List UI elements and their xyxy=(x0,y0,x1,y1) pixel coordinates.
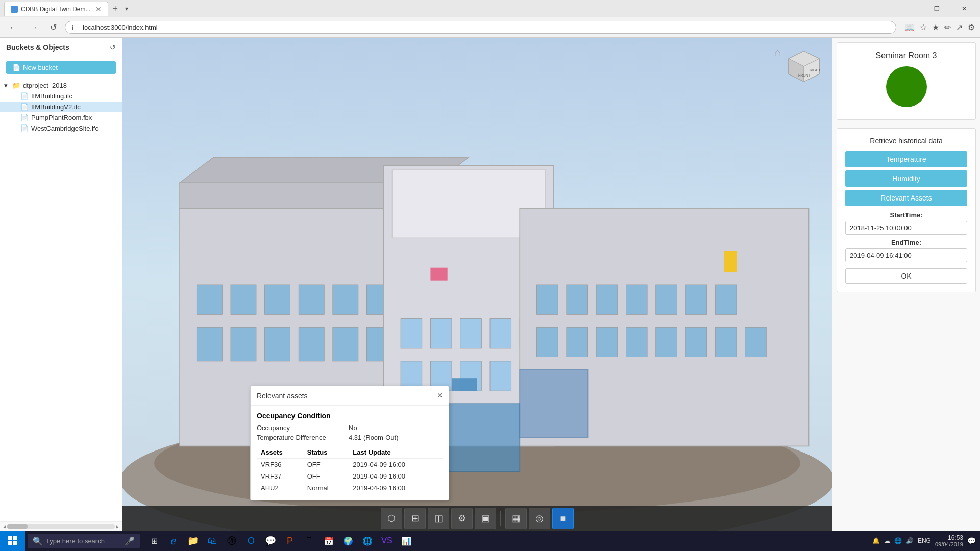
svg-rect-58 xyxy=(8,541,12,545)
notification-icon[interactable]: 🔔 xyxy=(872,537,880,544)
room-status-card: Seminar Room 3 xyxy=(837,42,976,120)
tree-item-label: IfMBuildingV2.ifc xyxy=(31,103,81,111)
explode-button[interactable]: ⊞ xyxy=(404,508,426,529)
url-text: localhost:3000/index.html xyxy=(83,23,158,31)
section-button[interactable]: ◫ xyxy=(428,508,449,529)
start-button[interactable] xyxy=(0,531,24,551)
home-icon[interactable]: ⌂ xyxy=(774,46,781,59)
file-icon: 📄 xyxy=(20,114,29,121)
viewer-toolbar: ⬡ ⊞ ◫ ⚙ ▣ ▦ ◎ ■ xyxy=(122,506,832,531)
file-icon: 📄 xyxy=(20,124,29,132)
refresh-button[interactable]: ↺ xyxy=(46,20,61,34)
tree-item-pumpplant[interactable]: 📄 PumpPlantRoom.fbx xyxy=(0,112,122,123)
svg-rect-49 xyxy=(452,378,477,391)
tree-item-ifmbuilding[interactable]: 📄 IfMBuilding.ifc xyxy=(0,91,122,102)
ok-button[interactable]: OK xyxy=(845,268,967,284)
tab-dropdown-button[interactable]: ▾ xyxy=(121,3,132,14)
browser-tab[interactable]: CDBB Digital Twin Dem... ✕ xyxy=(4,2,108,16)
svg-text:FRONT: FRONT xyxy=(798,73,811,77)
favorites-icon[interactable]: ☆ xyxy=(920,22,927,32)
tree-item-dtproject[interactable]: ▾ 📁 dtproject_2018 xyxy=(0,80,122,91)
back-button[interactable]: ← xyxy=(5,21,21,34)
color-button[interactable]: ■ xyxy=(552,508,574,529)
end-time-input[interactable] xyxy=(845,248,967,262)
svg-rect-12 xyxy=(299,285,324,314)
svg-rect-43 xyxy=(685,285,707,314)
asset-name: VRF37 xyxy=(257,470,303,482)
close-button[interactable]: ✕ xyxy=(952,1,976,17)
occupancy-value: No xyxy=(349,424,357,432)
forward-button[interactable]: → xyxy=(26,21,42,34)
browser-nav-icons: 📖 ☆ ★ ✏ ↗ ⚙ xyxy=(904,22,975,32)
svg-rect-6 xyxy=(299,327,324,361)
taskbar-search[interactable]: 🔍 Type here to search 🎤 xyxy=(28,534,140,548)
powerpoint-button[interactable]: P xyxy=(282,533,298,549)
historical-data-card: Retrieve historical data Temperature Hum… xyxy=(837,128,976,292)
relevant-assets-button[interactable]: Relevant Assets xyxy=(845,190,967,206)
store-button[interactable]: 🛍 xyxy=(204,533,220,549)
tree-item-ifmbuildingv2[interactable]: 📄 IfMBuildingV2.ifc xyxy=(0,102,122,112)
whatsapp-button[interactable]: 💬 xyxy=(262,533,279,549)
camera-button[interactable]: ▣ xyxy=(475,508,496,529)
notifications-button[interactable]: 💬 xyxy=(967,537,976,545)
view-icon: ▦ xyxy=(512,513,521,524)
visual-studio-button[interactable]: VS xyxy=(379,533,395,549)
svg-rect-31 xyxy=(567,327,588,357)
share-icon[interactable]: ↗ xyxy=(956,22,963,32)
right-panel: Seminar Room 3 Retrieve historical data … xyxy=(832,38,980,531)
svg-rect-34 xyxy=(656,327,677,357)
popup-content: Occupancy Condition Occupancy No Tempera… xyxy=(251,406,449,500)
calculator-button[interactable]: 🖩 xyxy=(301,533,317,549)
network-icon[interactable]: 🌐 xyxy=(894,537,902,544)
address-bar[interactable]: ℹ localhost:3000/index.html xyxy=(65,21,896,34)
start-time-input[interactable] xyxy=(845,221,967,235)
settings-icon[interactable]: ⚙ xyxy=(968,22,975,32)
tree-item-label: IfMBuilding.ifc xyxy=(31,92,72,100)
edge-button[interactable]: ℯ xyxy=(165,533,182,549)
tree-item-westcambridge[interactable]: 📄 WestCambridgeSite.ifc xyxy=(0,123,122,134)
maps-button[interactable]: 🌍 xyxy=(340,533,356,549)
asset-status: OFF xyxy=(303,470,349,482)
refresh-icon[interactable]: ↺ xyxy=(110,43,116,52)
maximize-button[interactable]: ❐ xyxy=(925,1,948,17)
measure-icon: ◎ xyxy=(535,513,544,524)
taskbar-icons: ⊞ ℯ 📁 🛍 ⑳ O 💬 P 🖩 📅 🌍 🌐 VS 📊 xyxy=(146,533,414,549)
assets-table: Assets Status Last Update VRF36 OFF 2019… xyxy=(257,446,443,494)
powerpoint2-button[interactable]: 📊 xyxy=(398,533,414,549)
new-bucket-label: New bucket xyxy=(23,64,58,71)
temperature-button[interactable]: Temperature xyxy=(845,151,967,167)
reader-mode-icon[interactable]: 📖 xyxy=(904,22,915,32)
settings-toolbar-button[interactable]: ⚙ xyxy=(451,508,473,529)
volume-icon[interactable]: 🔊 xyxy=(906,537,914,544)
calendar-button[interactable]: 📅 xyxy=(321,533,337,549)
popup-close-button[interactable]: × xyxy=(437,390,443,401)
minimize-button[interactable]: — xyxy=(897,1,921,17)
cloud-icon[interactable]: ☁ xyxy=(884,537,890,544)
file-tree: ▾ 📁 dtproject_2018 📄 IfMBuilding.ifc 📄 I… xyxy=(0,78,122,521)
scroll-thumb[interactable] xyxy=(7,524,28,529)
humidity-button[interactable]: Humidity xyxy=(845,170,967,187)
annotation-icon[interactable]: ✏ xyxy=(944,22,951,32)
view-button[interactable]: ▦ xyxy=(505,508,527,529)
scroll-left-arrow[interactable]: ◂ xyxy=(2,523,7,530)
hub-icon[interactable]: ★ xyxy=(932,22,939,32)
bucket-icon: 📄 xyxy=(12,64,20,71)
asset-last-update: 2019-04-09 16:00 xyxy=(349,470,443,482)
svg-rect-46 xyxy=(520,370,587,438)
navigation-cube[interactable]: FRONT RIGHT xyxy=(786,48,822,84)
model-button[interactable]: ⬡ xyxy=(381,508,402,529)
new-bucket-button[interactable]: 📄 New bucket xyxy=(6,61,116,74)
new-tab-button[interactable]: + xyxy=(109,4,121,14)
tab-close-button[interactable]: ✕ xyxy=(95,5,102,13)
table-row: VRF36 OFF 2019-04-09 16:00 xyxy=(257,459,443,471)
task-view-button[interactable]: ⊞ xyxy=(146,533,162,549)
chrome-button[interactable]: 🌐 xyxy=(359,533,376,549)
language-indicator: ENG xyxy=(918,537,931,544)
status-header: Status xyxy=(303,446,349,459)
scroll-right-arrow[interactable]: ▸ xyxy=(115,523,120,530)
app1-button[interactable]: ⑳ xyxy=(224,533,240,549)
popup-section-title: Occupancy Condition xyxy=(257,412,443,420)
explorer-button[interactable]: 📁 xyxy=(185,533,201,549)
outlook-button[interactable]: O xyxy=(243,533,259,549)
measure-button[interactable]: ◎ xyxy=(529,508,550,529)
